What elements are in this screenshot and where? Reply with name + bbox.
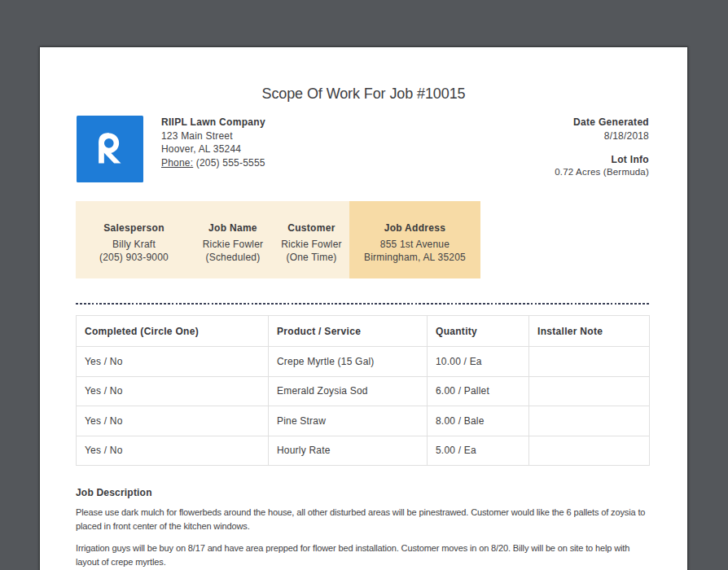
work-items-table: Completed (Circle One) Product / Service… bbox=[76, 315, 650, 466]
customer-value: Rickie Fowler (One Time) bbox=[274, 238, 349, 265]
phone-label: Phone: bbox=[161, 157, 193, 169]
job-name-value: Rickie Fowler (Scheduled) bbox=[192, 238, 274, 265]
job-description-heading: Job Description bbox=[76, 487, 152, 498]
date-generated-label: Date Generated bbox=[555, 116, 649, 129]
col-product-service: Product / Service bbox=[269, 316, 428, 347]
cell-installer-note bbox=[529, 436, 650, 466]
table-row: Yes / No Pine Straw 8.00 / Bale bbox=[77, 406, 650, 436]
dashed-divider bbox=[76, 303, 649, 305]
lot-info-label: Lot Info bbox=[555, 153, 649, 167]
meta-block: Date Generated 8/18/2018 Lot Info 0.72 A… bbox=[555, 116, 649, 179]
job-address-label: Job Address bbox=[349, 221, 480, 235]
company-address-line2: Hoover, AL 35244 bbox=[161, 142, 265, 156]
job-info-banner: Salesperson Billy Kraft (205) 903-9000 J… bbox=[76, 201, 480, 278]
cell-quantity: 8.00 / Bale bbox=[428, 406, 529, 436]
lot-info-value: 0.72 Acres (Bermuda) bbox=[555, 165, 649, 179]
job-description-paragraph-1: Please use dark mulch for flowerbeds aro… bbox=[76, 506, 649, 533]
table-row: Yes / No Crepe Myrtle (15 Gal) 10.00 / E… bbox=[77, 347, 650, 377]
company-name: RIIPL Lawn Company bbox=[161, 116, 265, 129]
company-phone-line: Phone: (205) 555-5555 bbox=[161, 156, 265, 170]
work-items-table-header: Completed (Circle One) Product / Service… bbox=[77, 316, 650, 347]
cell-installer-note bbox=[529, 347, 650, 377]
company-address-line1: 123 Main Street bbox=[161, 129, 265, 143]
document-title: Scope Of Work For Job #10015 bbox=[40, 85, 687, 103]
cell-completed: Yes / No bbox=[77, 436, 269, 466]
cell-quantity: 6.00 / Pallet bbox=[428, 376, 529, 406]
job-info-customer: Customer Rickie Fowler (One Time) bbox=[274, 201, 349, 278]
job-info-job-name: Job Name Rickie Fowler (Scheduled) bbox=[192, 201, 274, 278]
viewer-background: { "document": { "title": "Scope Of Work … bbox=[0, 0, 728, 570]
col-quantity: Quantity bbox=[428, 316, 529, 347]
cell-product-service: Crepe Myrtle (15 Gal) bbox=[269, 347, 428, 377]
table-row: Yes / No Hourly Rate 5.00 / Ea bbox=[77, 436, 650, 466]
col-completed: Completed (Circle One) bbox=[77, 316, 269, 347]
job-info-salesperson: Salesperson Billy Kraft (205) 903-9000 bbox=[76, 201, 192, 278]
company-info-block: RIIPL Lawn Company 123 Main Street Hoove… bbox=[161, 116, 265, 169]
riipl-r-logo-icon bbox=[77, 116, 143, 182]
cell-installer-note bbox=[529, 376, 650, 406]
phone-number: (205) 555-5555 bbox=[196, 157, 265, 169]
job-description-paragraph-2: Irrigation guys will be buy on 8/17 and … bbox=[76, 542, 649, 569]
document-page: Scope Of Work For Job #10015 RIIPL Lawn … bbox=[40, 47, 687, 570]
salesperson-value: Billy Kraft (205) 903-9000 bbox=[76, 238, 192, 265]
customer-label: Customer bbox=[274, 221, 349, 235]
cell-product-service: Emerald Zoysia Sod bbox=[269, 376, 428, 406]
company-logo bbox=[77, 116, 143, 182]
work-items-table-body: Yes / No Crepe Myrtle (15 Gal) 10.00 / E… bbox=[77, 347, 650, 466]
table-row: Yes / No Emerald Zoysia Sod 6.00 / Palle… bbox=[77, 376, 650, 406]
cell-completed: Yes / No bbox=[77, 347, 269, 377]
cell-product-service: Hourly Rate bbox=[269, 436, 428, 466]
cell-quantity: 10.00 / Ea bbox=[428, 347, 529, 377]
cell-completed: Yes / No bbox=[77, 406, 269, 436]
job-info-job-address: Job Address 855 1st Avenue Birmingham, A… bbox=[349, 201, 480, 278]
cell-completed: Yes / No bbox=[77, 376, 269, 406]
cell-quantity: 5.00 / Ea bbox=[428, 436, 529, 466]
cell-product-service: Pine Straw bbox=[269, 406, 428, 436]
salesperson-label: Salesperson bbox=[76, 221, 192, 235]
cell-installer-note bbox=[529, 406, 650, 436]
date-generated-value: 8/18/2018 bbox=[555, 129, 649, 143]
col-installer-note: Installer Note bbox=[529, 316, 650, 347]
job-name-label: Job Name bbox=[192, 221, 274, 235]
job-address-value: 855 1st Avenue Birmingham, AL 35205 bbox=[349, 238, 480, 265]
